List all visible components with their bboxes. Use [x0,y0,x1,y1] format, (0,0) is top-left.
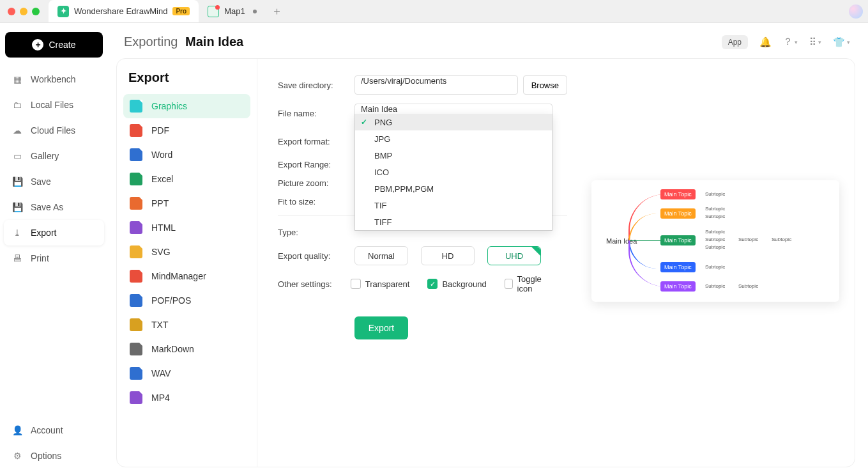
export-panel: Export Graphics PDF Word Excel [116,58,855,467]
minimize-window-button[interactable] [20,8,27,15]
export-type-pdf[interactable]: PDF [123,118,250,143]
shirt-icon: 👕 [833,36,845,48]
quality-hd-button[interactable]: HD [421,246,475,265]
export-type-svg[interactable]: SVG [123,240,250,264]
file-icon [130,318,142,331]
page-title-prefix: Exporting [124,35,178,49]
nav-save-as[interactable]: 💾 Save As [4,194,104,220]
format-option-jpg[interactable]: JPG [355,130,552,147]
nav-label: Local Files [31,100,73,110]
export-type-pofpos[interactable]: POF/POS [123,288,250,313]
nav-gallery[interactable]: ▭ Gallery [4,143,104,169]
nav-options[interactable]: ⚙ Options [4,443,104,469]
export-format-label: Export format: [278,137,354,146]
export-button[interactable]: Export [354,316,408,339]
file-icon [130,148,142,161]
page-header: Exporting Main Idea App 🔔 ？▾ ⠿▾ 👕▾ [109,23,868,56]
export-type-mp4[interactable]: MP4 [123,385,250,410]
format-option-tif[interactable]: TIF [355,197,552,214]
preview-subtopic-node: Subtopic [705,283,725,289]
save-directory-input[interactable]: /Users/viraj/Documents [354,75,518,95]
export-type-label: HTML [151,222,176,233]
quality-group: Normal HD UHD [354,246,541,265]
fit-to-size-label: Fit to size: [278,197,354,206]
browse-button[interactable]: Browse [523,75,567,95]
apps-menu-button[interactable]: ⠿▾ [809,36,821,48]
new-tab-button[interactable]: ＋ [270,4,285,19]
account-icon: 👤 [11,424,23,436]
type-label: Type: [278,228,354,237]
top-right-toolbar: App 🔔 ？▾ ⠿▾ 👕▾ [722,35,850,49]
checkbox-icon [351,279,361,289]
export-type-word[interactable]: Word [123,143,250,167]
left-sidebar: + Create ▦ Workbench 🗀 Local Files ☁ Clo… [0,23,109,475]
connector-line [628,240,664,286]
close-window-button[interactable] [8,8,15,15]
export-range-label: Export Range: [278,160,354,169]
nav-print[interactable]: 🖶 Print [4,245,104,271]
theme-button[interactable]: 👕▾ [833,36,850,48]
export-type-txt[interactable]: TXT [123,313,250,337]
preview-subtopic-node: Subtopic [705,191,725,197]
nav-label: Print [31,253,49,263]
gear-icon: ⚙ [11,450,23,462]
export-type-label: SVG [151,247,171,257]
app-logo-icon: ✦ [57,6,69,17]
export-type-excel[interactable]: Excel [123,167,250,191]
notifications-button[interactable]: 🔔 [759,36,772,48]
export-type-label: WAV [151,368,171,378]
export-type-ppt[interactable]: PPT [123,191,250,215]
file-icon [130,197,142,210]
filename-label: File name: [278,109,354,118]
nav-label: Save [31,176,51,187]
export-quality-label: Export quality: [278,251,354,261]
export-type-html[interactable]: HTML [123,215,250,240]
bell-icon: 🔔 [759,36,772,48]
nav-account[interactable]: 👤 Account [4,417,104,443]
quality-normal-button[interactable]: Normal [354,246,408,265]
app-tab[interactable]: ✦ Wondershare EdrawMind Pro [49,0,199,22]
plus-icon: + [32,39,43,51]
traffic-lights [8,8,40,15]
format-option-tiff[interactable]: TIFF [355,214,552,230]
preview-topic-node: Main Topic [660,208,696,219]
nav-label: Export [31,228,56,238]
maximize-window-button[interactable] [32,8,40,15]
cloud-icon: ☁ [11,125,23,136]
quality-uhd-button[interactable]: UHD [487,246,541,265]
app-pill-button[interactable]: App [722,35,748,49]
format-option-pbm[interactable]: PBM,PPM,PGM [355,180,552,197]
folder-icon: 🗀 [11,99,23,111]
export-type-markdown[interactable]: MarkDown [123,337,250,361]
preview-subtopic-node: Subtopic [705,229,725,235]
export-type-label: Word [151,150,172,160]
transparent-checkbox[interactable]: Transparent [351,274,410,293]
background-checkbox[interactable]: ✓ Background [427,274,486,293]
export-type-wav[interactable]: WAV [123,361,250,385]
nav-local-files[interactable]: 🗀 Local Files [4,92,104,118]
help-button[interactable]: ？▾ [783,36,798,48]
user-avatar[interactable] [849,4,863,19]
export-type-graphics[interactable]: Graphics [123,94,250,118]
file-icon [130,173,142,185]
preview-subtopic-node: Subtopic [705,264,725,270]
unsaved-dot-icon [253,10,257,13]
format-option-png[interactable]: PNG [355,114,552,130]
format-option-ico[interactable]: ICO [355,164,552,180]
export-format-dropdown: PNG JPG BMP ICO PBM,PPM,PGM TIF TIFF [354,114,552,231]
nav-workbench[interactable]: ▦ Workbench [4,66,104,92]
nav-save[interactable]: 💾 Save [4,169,104,194]
create-button[interactable]: + Create [5,32,103,58]
document-tab[interactable]: Map1 [199,0,266,22]
grid-icon: ⠿ [809,36,816,48]
nav-export[interactable]: ⤓ Export [4,220,104,245]
nav-cloud-files[interactable]: ☁ Cloud Files [4,118,104,143]
export-form: Save directory: /Users/viraj/Documents B… [257,59,586,467]
file-icon [130,294,142,307]
gallery-icon: ▭ [11,150,23,162]
format-option-bmp[interactable]: BMP [355,147,552,164]
export-type-mindmanager[interactable]: MindManager [123,264,250,288]
export-type-list: Export Graphics PDF Word Excel [117,59,257,467]
chevron-down-icon: ▾ [795,39,798,45]
toggle-icon-checkbox[interactable]: Toggle icon [505,274,549,293]
